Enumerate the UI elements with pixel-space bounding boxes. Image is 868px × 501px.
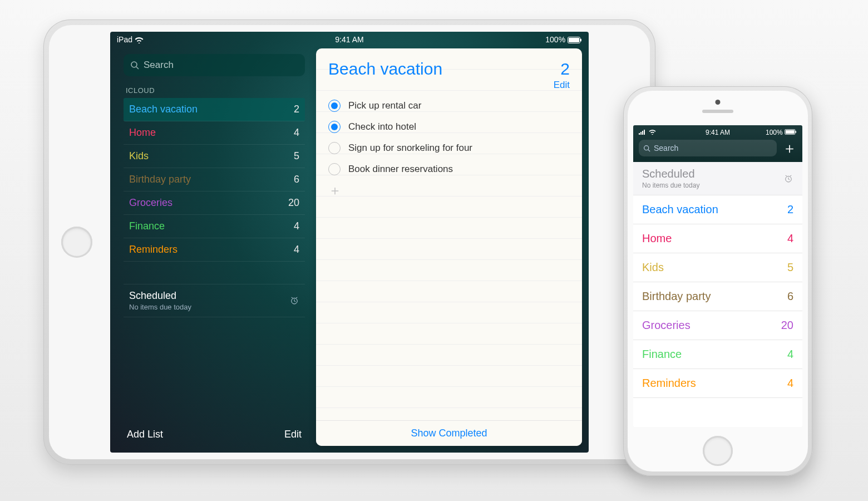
scheduled-row[interactable]: Scheduled No items due today <box>124 284 305 317</box>
list-name: Home <box>129 127 156 139</box>
list-count: 20 <box>288 197 299 209</box>
iphone-speaker <box>702 110 733 113</box>
list-name: Finance <box>642 348 682 361</box>
device-label: iPad <box>117 35 132 44</box>
list-row[interactable]: Beach vacation2 <box>124 98 305 121</box>
scheduled-subtitle: No items due today <box>129 303 191 311</box>
svg-line-10 <box>648 149 650 151</box>
alarm-clock-icon <box>783 174 793 184</box>
iphone-home-button[interactable] <box>703 436 733 466</box>
svg-rect-2 <box>580 39 581 42</box>
battery-icon <box>785 129 797 135</box>
svg-point-3 <box>131 62 137 67</box>
list-count: 4 <box>787 377 793 390</box>
list-count: 2 <box>787 203 793 216</box>
list-name: Groceries <box>129 197 172 209</box>
list-name: Reminders <box>129 244 177 256</box>
svg-line-4 <box>136 67 139 69</box>
list-row[interactable]: Birthday party6 <box>124 168 305 191</box>
list-name: Groceries <box>642 319 691 332</box>
reminder-checkbox[interactable] <box>328 121 341 133</box>
list-row[interactable]: Groceries20 <box>124 191 305 215</box>
ipad-home-button[interactable] <box>61 227 92 258</box>
reminder-text: Pick up rental car <box>348 100 421 111</box>
list-count: 4 <box>787 348 793 361</box>
reminder-checkbox[interactable] <box>328 142 341 154</box>
list-row[interactable]: Kids5 <box>124 145 305 168</box>
detail-edit-button[interactable]: Edit <box>554 80 570 91</box>
add-reminder-button[interactable]: ＋ <box>328 180 570 201</box>
reminder-items: Pick up rental carCheck into hotelSign u… <box>316 95 582 180</box>
alarm-clock-icon <box>289 296 299 306</box>
list-row[interactable]: Birthday party6 <box>633 282 802 311</box>
list-row[interactable]: Home4 <box>124 121 305 145</box>
section-header: ICLOUD <box>126 86 303 95</box>
list-name: Birthday party <box>642 290 711 303</box>
signal-icon <box>639 129 645 135</box>
detail-count: 2 <box>554 60 570 78</box>
list-row[interactable]: Finance4 <box>633 340 802 369</box>
list-count: 6 <box>294 174 299 185</box>
battery-pct: 100% <box>545 35 565 44</box>
svg-point-9 <box>644 145 649 150</box>
list-name: Finance <box>129 220 165 232</box>
scheduled-subtitle: No items due today <box>642 181 699 189</box>
list-row[interactable]: Reminders4 <box>633 369 802 398</box>
search-placeholder: Search <box>654 144 678 153</box>
svg-rect-1 <box>569 38 579 42</box>
list-count: 4 <box>294 244 299 256</box>
list-name: Reminders <box>642 377 696 390</box>
lists: Beach vacation2Home4Kids5Birthday party6… <box>124 98 305 262</box>
list-row[interactable]: Reminders4 <box>124 238 305 262</box>
reminder-checkbox[interactable] <box>328 100 341 112</box>
add-button[interactable]: ＋ <box>782 141 797 155</box>
list-count: 6 <box>787 290 793 303</box>
ipad-status-bar: iPad 9:41 AM 100% <box>110 32 589 47</box>
list-row[interactable]: Kids5 <box>633 253 802 282</box>
list-row[interactable]: Finance4 <box>124 215 305 238</box>
list-name: Kids <box>129 150 149 162</box>
reminder-text: Sign up for snorkeling for four <box>348 143 472 154</box>
list-name: Home <box>642 232 672 245</box>
battery-pct: 100% <box>766 129 783 136</box>
list-count: 4 <box>787 232 793 245</box>
list-count: 4 <box>294 127 299 139</box>
search-input[interactable]: Search <box>639 140 777 156</box>
iphone-top: 9:41 AM 100% Search ＋ <box>633 125 802 162</box>
scheduled-row[interactable]: Scheduled No items due today <box>633 162 802 195</box>
show-completed-button[interactable]: Show Completed <box>316 420 582 446</box>
svg-rect-8 <box>795 131 796 133</box>
reminder-item[interactable]: Pick up rental car <box>328 95 570 116</box>
ipad-device: iPad 9:41 AM 100% Search ICLOUD Beach va… <box>43 19 655 465</box>
list-row[interactable]: Home4 <box>633 224 802 253</box>
list-count: 5 <box>294 150 299 162</box>
search-input[interactable]: Search <box>124 54 305 76</box>
reminder-text: Book dinner reservations <box>348 164 453 175</box>
list-detail: Beach vacation 2 Edit Pick up rental car… <box>316 48 582 446</box>
edit-lists-button[interactable]: Edit <box>284 429 302 440</box>
list-row[interactable]: Groceries20 <box>633 311 802 340</box>
reminder-checkbox[interactable] <box>328 163 341 175</box>
battery-icon <box>568 37 582 43</box>
iphone-screen: 9:41 AM 100% Search ＋ Scheduled No items… <box>633 125 802 427</box>
svg-rect-7 <box>786 130 795 134</box>
reminder-item[interactable]: Book dinner reservations <box>328 159 570 180</box>
clock: 9:41 AM <box>706 129 730 136</box>
list-row[interactable]: Beach vacation2 <box>633 195 802 224</box>
list-name: Beach vacation <box>642 203 718 216</box>
plus-icon: ＋ <box>328 184 342 197</box>
list-name: Kids <box>642 261 664 274</box>
iphone-camera <box>716 100 721 105</box>
search-icon <box>643 145 650 152</box>
sidebar: Search ICLOUD Beach vacation2Home4Kids5B… <box>117 48 312 446</box>
wifi-icon <box>135 37 144 43</box>
list-count: 5 <box>787 261 793 274</box>
reminder-item[interactable]: Sign up for snorkeling for four <box>328 137 570 159</box>
iphone-status-bar: 9:41 AM 100% <box>639 129 797 136</box>
list-name: Beach vacation <box>129 104 198 115</box>
detail-title: Beach vacation <box>328 60 554 78</box>
add-list-button[interactable]: Add List <box>127 429 163 440</box>
search-placeholder: Search <box>144 60 174 71</box>
reminder-item[interactable]: Check into hotel <box>328 116 570 137</box>
list-count: 4 <box>294 220 299 232</box>
